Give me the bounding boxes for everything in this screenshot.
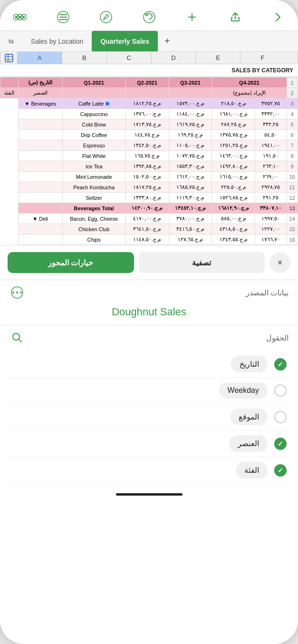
close-button[interactable]: × — [269, 252, 290, 273]
cell-q2[interactable]: م.ج.١١٠٥,٠٠ — [169, 140, 212, 151]
cell-item[interactable]: Caffe Latte — [62, 98, 125, 109]
cell-q1[interactable]: م.ج.١٣٤٢,٥٠ — [125, 140, 169, 151]
paint-icon[interactable] — [97, 9, 115, 26]
cell-q2[interactable]: م.ج.١٥٧٣,٠٠ — [169, 98, 212, 109]
col-d[interactable]: D — [151, 52, 196, 64]
col-c[interactable]: C — [106, 52, 151, 64]
cell-q3[interactable]: م.ج.٢٢٥,٥٠ — [212, 182, 255, 193]
field-pill[interactable]: الموقع — [230, 409, 268, 425]
add-tab-button[interactable]: + — [158, 31, 177, 51]
cell-q3[interactable]: م.ج.١٤٦٣,٠٠ — [212, 151, 255, 161]
cell-q4[interactable]: ٢٩٢٨,٧٥ — [255, 182, 287, 193]
cell-q3[interactable]: م.ج.١٣٤٣,٥٥ — [212, 234, 255, 245]
cell-q1[interactable]: م.ج.١٤٢٠٠,٩٠ — [125, 203, 169, 214]
cell-q2[interactable]: م.ج.١١٨٤,٠٠ — [169, 109, 212, 119]
cell-q1[interactable]: م.ج.١١٤٨,٥٠ — [125, 234, 169, 245]
cell-q2[interactable]: م.ج.١٦١٢,٠٠ — [169, 172, 212, 182]
cell-q4[interactable]: ٣٧٥٢,٧٥ — [255, 98, 287, 109]
cell-q4[interactable]: ١٩١,٥٠ — [255, 151, 287, 161]
cell-category[interactable] — [19, 109, 62, 119]
cell-category[interactable] — [19, 172, 62, 182]
cell-category[interactable] — [19, 119, 62, 130]
cell-q1[interactable]: م.ج.١٥٠٢,٥٠ — [125, 172, 169, 182]
cell-q4[interactable]: ٢٦٩,٠٠ — [255, 172, 287, 182]
cell-q3[interactable]: م.ج.٢١٨,٥٠ — [212, 98, 255, 109]
cell-category[interactable] — [19, 224, 62, 234]
cell-q4[interactable]: ٣٣٢,٢٥ — [255, 119, 287, 130]
cell-category[interactable] — [19, 203, 62, 214]
field-item[interactable]: الفئة — [8, 457, 290, 484]
cell-q3[interactable]: م.ج.٥٨٥,٠٠ — [212, 214, 255, 224]
field-item[interactable]: العنصر — [8, 430, 290, 457]
cell-q1[interactable]: م.ج.٤١٧٠,٠٠ — [125, 214, 169, 224]
cell-category[interactable] — [19, 161, 62, 172]
cell-q3[interactable]: م.ج.١٣٧٥,٧٥ — [212, 130, 255, 140]
cell-q1[interactable]: م.ج.١٦٥,٧٥ — [125, 151, 169, 161]
cell-q3[interactable]: م.ج.١٥٢٦,٨٥ — [212, 193, 255, 203]
cell-q3[interactable]: م.ج.٤٣١٨,٥٠ — [212, 224, 255, 234]
cell-q2[interactable]: م.ج.١٦٩,٢٥ — [169, 130, 212, 140]
add-icon[interactable] — [183, 9, 201, 26]
cell-category[interactable] — [19, 130, 62, 140]
cell-item[interactable]: Espresso — [62, 140, 125, 151]
cell-category[interactable] — [19, 182, 62, 193]
cell-q3[interactable]: م.ج.٢٨٧,٢٥ — [212, 119, 255, 130]
cell-q3[interactable]: م.ج.١٦٨١٢,٩٠ — [212, 203, 255, 214]
field-item[interactable]: Weekday — [8, 378, 290, 404]
cell-q1[interactable]: م.ج.١٤٤,٧٥ — [125, 130, 169, 140]
cell-item[interactable]: Cold Brew — [62, 119, 125, 130]
list-icon[interactable] — [55, 9, 72, 26]
cell-q2[interactable]: م.ج.١٥٥٣,٣٠ — [169, 161, 212, 172]
field-item[interactable]: الموقع — [8, 404, 290, 430]
col-f[interactable]: F — [240, 52, 285, 64]
cell-q4[interactable]: ١٧٦٦,٧٠ — [255, 234, 287, 245]
cell-q4[interactable]: ٣٣٣٢,٠٠ — [255, 109, 287, 119]
cell-q4[interactable]: ١٩٤١,٠٠ — [255, 140, 287, 151]
field-pill[interactable]: العنصر — [229, 435, 268, 452]
cell-item[interactable]: Mint Lemonade — [62, 172, 125, 182]
cell-q1[interactable]: م.ج.١٧١٣,٧٥ — [125, 119, 169, 130]
cell-category[interactable] — [19, 234, 62, 245]
cell-q4[interactable]: ١٩٩٧,٥٠ — [255, 214, 287, 224]
field-item[interactable]: التاريخ — [8, 351, 290, 378]
cell-item[interactable]: Beverages Total — [62, 203, 125, 214]
share-icon[interactable] — [227, 9, 244, 26]
cell-q2[interactable]: م.ج.٣٧٨٠,٠٠ — [169, 214, 212, 224]
cell-category[interactable] — [19, 140, 62, 151]
tab-quarterly-sales[interactable]: Quarterly Sales — [92, 31, 158, 51]
field-pill[interactable]: التاريخ — [231, 356, 268, 372]
cell-q1[interactable]: م.ج.٣٦٤١,٥٠ — [125, 224, 169, 234]
col-a[interactable]: A — [17, 52, 62, 64]
cell-q2[interactable]: م.ج.١١١٩,٣٠ — [169, 193, 212, 203]
field-pill[interactable]: الفئة — [236, 462, 268, 478]
tab-ta[interactable]: ta — [0, 31, 22, 51]
cell-q4[interactable]: ٢٩١,٢٥ — [255, 193, 287, 203]
cell-q4[interactable]: ٣٣٨٠٧,١٠ — [255, 203, 287, 214]
more-icon[interactable] — [11, 9, 29, 26]
cell-q3[interactable]: م.ج.١٢٥١,٢٥ — [212, 140, 255, 151]
cell-category[interactable] — [19, 151, 62, 161]
cell-item[interactable]: Flat White — [62, 151, 125, 161]
cell-category[interactable]: Deli ▼ — [19, 214, 62, 224]
field-checkbox[interactable] — [274, 411, 287, 423]
cell-q3[interactable]: م.ج.١٦٨١,٠٠ — [212, 109, 255, 119]
cell-item[interactable]: Chicken Club — [62, 224, 125, 234]
cell-category[interactable]: Beverages ▼ — [19, 98, 62, 109]
cell-item[interactable]: Chips — [62, 234, 125, 245]
cell-q1[interactable]: م.ج.١٣٧٦,٠٠ — [125, 109, 169, 119]
col-e[interactable]: E — [195, 52, 240, 64]
cell-q2[interactable]: م.ج.٣٤١٦,٥٠ — [169, 224, 212, 234]
field-checkbox[interactable] — [274, 438, 287, 450]
cell-category[interactable] — [19, 193, 62, 203]
tab-sales-by-location[interactable]: Sales by Location — [22, 31, 92, 51]
col-b[interactable]: B — [62, 52, 106, 64]
pivot-options-button[interactable]: خيارات المحور — [8, 252, 134, 273]
cell-q2[interactable]: م.ج.١٠٧٢,٧٥ — [169, 151, 212, 161]
cell-q1[interactable]: م.ج.١٨١٢,٢٥ — [125, 98, 169, 109]
cell-q4[interactable]: ٢٦٣,١٠ — [255, 161, 287, 172]
source-more-icon[interactable] — [10, 285, 25, 300]
cell-item[interactable]: Ice Tea — [62, 161, 125, 172]
cell-q1[interactable]: م.ج.١٣٣٣,٨٠ — [125, 193, 169, 203]
cell-item[interactable]: Drip Coffee — [62, 130, 125, 140]
cell-q4[interactable]: ١٢٢٧,٠٠ — [255, 224, 287, 234]
